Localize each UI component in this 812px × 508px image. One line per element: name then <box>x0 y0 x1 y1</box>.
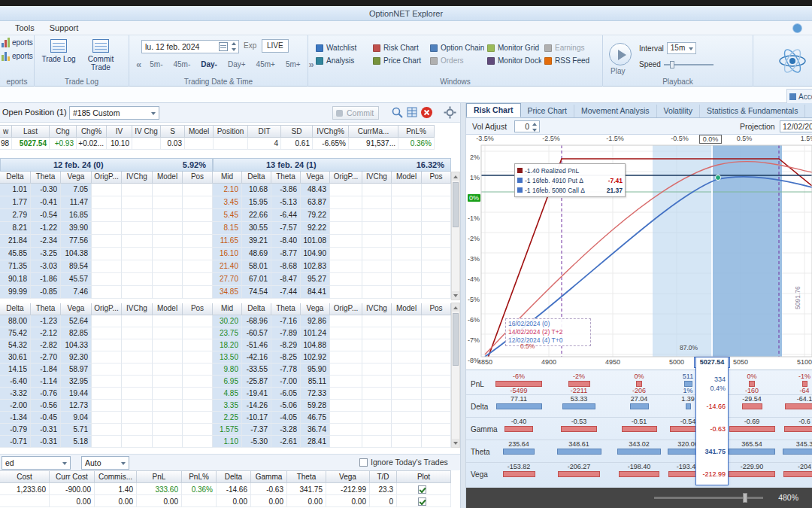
option-row[interactable]: 23.75-60.57-7.89101.24 <box>213 327 451 339</box>
option-row[interactable]: 5.4522.66-6.4479.22 <box>213 209 451 222</box>
tab-statistics-fundamentals[interactable]: Statistics & Fundamentals <box>700 105 805 117</box>
zoom-slider-handle[interactable] <box>743 493 747 503</box>
exp-toggle[interactable]: Exp <box>244 41 256 50</box>
panel-splitter[interactable] <box>460 103 466 508</box>
risk-chart[interactable]: -3.5%-2.5%-1.5%-0.5%0.0%0.5%1.5% <box>466 135 812 370</box>
option-row[interactable]: -6.40-1.1432.95 <box>0 376 213 388</box>
toggle-rss-feed[interactable]: RSS Feed <box>541 56 598 65</box>
summary-value-row[interactable]: 985027.54+0.93+0.02...10.100.0340.61-6.6… <box>0 138 435 150</box>
reports-button[interactable]: eports <box>0 35 34 49</box>
option-row[interactable]: 54.32-2.82104.33 <box>0 339 213 351</box>
scrollbar-puts[interactable] <box>451 303 460 448</box>
date-spinner[interactable] <box>229 41 238 52</box>
option-row[interactable]: 2.1010.68-3.8648.43 <box>213 184 451 196</box>
titlebar[interactable]: OptionNET Explorer <box>0 6 812 21</box>
commit-trade-button[interactable]: Commit Trade <box>80 35 122 71</box>
option-row[interactable]: 45.85-3.25104.38 <box>0 248 213 260</box>
option-row[interactable]: 11.6539.21-8.40101.08 <box>213 235 451 248</box>
option-row[interactable]: 1.77-0.4111.47 <box>0 196 213 209</box>
scroll-thumb[interactable] <box>453 313 459 366</box>
option-row[interactable]: 1.10-5.30-2.6128.41 <box>213 436 451 448</box>
live-button[interactable]: LIVE <box>262 39 289 53</box>
option-row[interactable]: 3.4515.95-5.1363.87 <box>213 196 451 209</box>
mode-select[interactable]: Auto <box>81 456 129 470</box>
option-row[interactable]: 3.35-14.26-5.0659.28 <box>213 400 451 412</box>
vol-adjust-spinner[interactable] <box>530 122 538 132</box>
option-row[interactable]: 14.15-1.8458.97 <box>0 364 213 376</box>
step-button-5m-[interactable]: 5m- <box>145 59 167 70</box>
option-row[interactable]: 13.50-42.16-8.25102.92 <box>213 351 451 364</box>
option-row[interactable]: 90.18-1.8645.57 <box>0 273 213 286</box>
option-row[interactable]: 4.85-19.41-6.0572.33 <box>213 388 451 400</box>
export-grid-icon[interactable] <box>406 106 419 119</box>
speed-slider[interactable] <box>664 60 714 68</box>
scroll-thumb[interactable] <box>453 182 459 227</box>
toggle-watchlist[interactable]: Watchlist <box>313 44 370 52</box>
option-row[interactable]: 88.00-1.2352.64 <box>0 315 213 327</box>
toggle-monitor-dock[interactable]: Monitor Dock <box>484 56 541 65</box>
option-row[interactable]: 1.01-0.307.05 <box>0 184 213 196</box>
vol-adjust-input[interactable]: 0 <box>514 120 540 132</box>
option-row[interactable]: 21.84-2.3477.56 <box>0 235 213 248</box>
help-icon[interactable] <box>793 24 801 32</box>
option-row[interactable]: 9.80-33.55-7.7895.90 <box>213 364 451 376</box>
toggle-orders[interactable]: Orders <box>427 56 484 65</box>
totals-row[interactable]: 0.000.000.000.000.000.000.000 <box>0 495 460 507</box>
option-row[interactable]: -0.71-0.315.18 <box>0 436 213 448</box>
row-filter-select[interactable]: ed <box>2 456 71 470</box>
step-button-45m-[interactable]: 45m+ <box>252 59 280 70</box>
option-row[interactable]: 2.79-0.5416.85 <box>0 209 213 222</box>
option-row[interactable]: -1.34-0.459.04 <box>0 412 213 424</box>
option-row[interactable]: 30.61-2.7092.30 <box>0 351 213 364</box>
step-button-45m-[interactable]: 45m- <box>168 59 195 70</box>
totals-row[interactable]: 1,233.60-900.001.40333.600.36%-14.66-0.6… <box>0 483 460 495</box>
option-row[interactable]: -3.32-0.7619.44 <box>0 388 213 400</box>
step-back-icon[interactable]: « <box>134 59 144 70</box>
tab-risk-chart[interactable]: Risk Chart <box>466 103 521 117</box>
strategy-select[interactable]: #185 Custom <box>69 106 159 120</box>
trading-date-input[interactable]: lu. 12 feb. 2024 <box>141 40 239 53</box>
step-button-day-[interactable]: Day- <box>196 59 222 70</box>
option-row[interactable]: 1.575-7.37-3.2836.74 <box>213 424 451 436</box>
menu-tools[interactable]: Tools <box>8 21 42 35</box>
interval-select[interactable]: 15m <box>667 42 696 54</box>
tab-price-chart[interactable]: Price Chart <box>521 105 575 117</box>
tab-volatility[interactable]: Volatility <box>657 105 701 117</box>
option-row[interactable]: 34.8574.54-7.4484.41 <box>213 286 451 299</box>
menu-support[interactable]: Support <box>42 21 86 35</box>
plot-checkbox[interactable] <box>418 497 426 506</box>
projection-date-input[interactable]: 12/02/2024 <box>780 120 812 132</box>
ignore-todays-trades[interactable]: Ignore Today's Trades <box>359 458 448 467</box>
option-row[interactable]: 27.7067.01-8.4795.27 <box>213 273 451 286</box>
step-button-5m-[interactable]: 5m+ <box>281 59 305 70</box>
option-row[interactable]: -2.00-0.5612.73 <box>0 400 213 412</box>
tab-movement-analysis[interactable]: Movement Analysis <box>574 105 656 117</box>
scroll-up-icon[interactable] <box>452 303 459 312</box>
option-row[interactable]: 6.95-25.87-7.0085.11 <box>213 376 451 388</box>
option-row[interactable]: 2.25-10.17-4.0546.75 <box>213 412 451 424</box>
scroll-up-icon[interactable] <box>452 172 459 181</box>
option-row[interactable]: 30.20-68.96-7.1692.86 <box>213 315 451 327</box>
scroll-down-icon[interactable] <box>452 439 459 447</box>
chart-legend[interactable]: -1.40 Realized PnL-1 16feb. 4910 Put Δ-7… <box>514 163 626 197</box>
magnifier-icon[interactable] <box>391 106 404 119</box>
option-row[interactable]: 8.21-1.2239.90 <box>0 222 213 235</box>
toggle-option-chain[interactable]: Option Chain <box>427 44 484 52</box>
option-row[interactable]: 16.1048.69-8.77104.90 <box>213 248 451 260</box>
gear-icon[interactable] <box>444 106 456 119</box>
option-row[interactable]: 18.20-51.46-8.29104.88 <box>213 339 451 351</box>
scrollbar-calls[interactable] <box>451 172 460 300</box>
option-row[interactable]: -0.79-0.315.71 <box>0 424 213 436</box>
plot-checkbox[interactable] <box>418 485 426 494</box>
checkbox-icon[interactable] <box>359 458 368 467</box>
reports-button-2[interactable]: eports <box>0 49 34 62</box>
scroll-down-icon[interactable] <box>452 291 459 300</box>
trade-log-button[interactable]: Trade Log <box>38 35 80 71</box>
toggle-analysis[interactable]: Analysis <box>313 56 370 65</box>
step-button-day-[interactable]: Day+ <box>223 59 250 70</box>
option-row[interactable]: 8.1530.55-7.5792.22 <box>213 222 451 235</box>
option-row[interactable]: 75.42-2.1282.85 <box>0 327 213 339</box>
option-row[interactable]: 21.4058.01-8.68102.83 <box>213 260 451 273</box>
commit-button[interactable]: Commit <box>332 106 379 120</box>
toggle-price-chart[interactable]: Price Chart <box>370 56 427 65</box>
